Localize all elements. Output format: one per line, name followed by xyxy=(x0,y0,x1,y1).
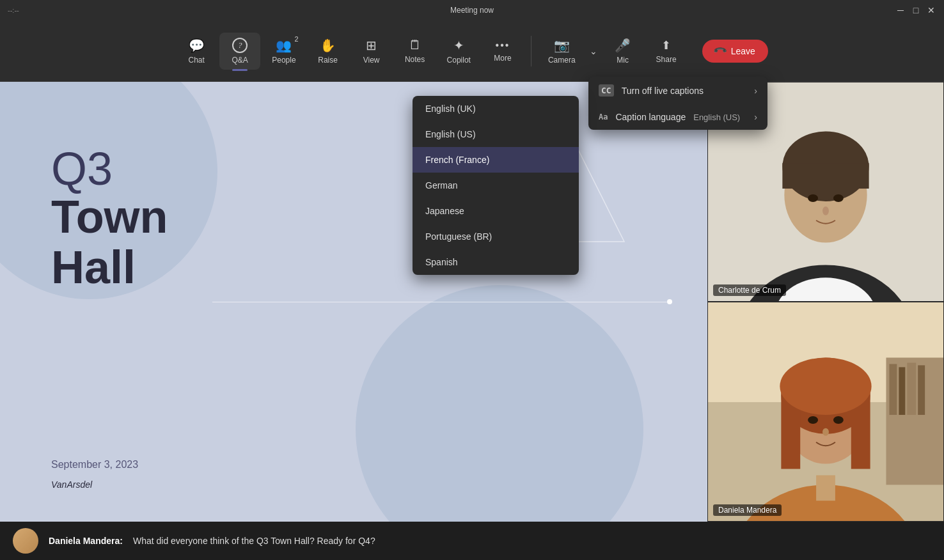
view-icon: ⊞ xyxy=(366,38,377,53)
lang-item-japanese[interactable]: Japanese xyxy=(413,198,579,224)
notes-label: Notes xyxy=(405,55,425,64)
window-title: Meeting now xyxy=(450,6,494,15)
raise-icon: ✋ xyxy=(320,38,336,53)
presentation-text: Q3 Town Hall xyxy=(51,146,168,293)
view-button[interactable]: ⊞ View xyxy=(351,33,392,70)
caption-avatar xyxy=(13,528,38,554)
camera-label: Camera xyxy=(548,56,576,65)
minimize-button[interactable]: ─ xyxy=(895,5,906,15)
window-controls: ─ □ ✕ xyxy=(895,5,936,15)
caption-language-left: Aa Caption language English (US) xyxy=(599,112,740,122)
copilot-icon: ✦ xyxy=(453,38,464,53)
lang-item-spanish[interactable]: Spanish xyxy=(413,249,579,275)
camera-button[interactable]: 📷 Camera xyxy=(539,33,585,70)
chat-label: Chat xyxy=(189,56,205,65)
notes-icon: 🗒 xyxy=(409,38,421,52)
lang-item-portuguese-br[interactable]: Portuguese (BR) xyxy=(413,224,579,249)
caption-language-item[interactable]: Aa Caption language English (US) › xyxy=(588,104,767,130)
caption-language-label: Caption language xyxy=(615,112,686,122)
more-button[interactable]: ••• More xyxy=(482,35,523,68)
chat-button[interactable]: 💬 Chat xyxy=(176,33,217,70)
svg-point-24 xyxy=(780,357,871,415)
lang-item-french[interactable]: French (France) xyxy=(413,147,579,173)
share-icon: ⬆ xyxy=(661,38,671,52)
turn-off-captions-chevron: › xyxy=(754,86,757,96)
svg-point-10 xyxy=(822,206,829,215)
view-label: View xyxy=(363,56,380,65)
qa-label: Q&A xyxy=(232,56,248,65)
people-count-badge: 2 xyxy=(294,35,298,43)
captions-context-menu: CC Turn off live captions › Aa Caption l… xyxy=(588,77,767,130)
people-label: People xyxy=(272,56,295,65)
meeting-toolbar: 💬 Chat ? Q&A 👥 2 People ✋ Raise ⊞ View 🗒… xyxy=(0,20,944,82)
video-bg-daniela xyxy=(708,302,943,521)
chat-icon: 💬 xyxy=(189,38,205,53)
camera-area: 📷 Camera ⌄ xyxy=(539,33,600,70)
copilot-label: Copilot xyxy=(447,56,471,65)
language-submenu: English (UK) English (US) French (France… xyxy=(413,96,579,275)
people-icon: 👥 xyxy=(276,38,292,53)
svg-point-25 xyxy=(808,416,818,424)
mic-icon: 🎤 xyxy=(615,38,631,53)
turn-off-captions-left: CC Turn off live captions xyxy=(599,84,704,97)
raise-button[interactable]: ✋ Raise xyxy=(308,33,349,70)
toolbar-divider xyxy=(531,36,531,66)
presentation-line xyxy=(212,302,672,302)
caption-text: What did everyone think of the Q3 Town H… xyxy=(133,536,375,546)
toolbar-items: 💬 Chat ? Q&A 👥 2 People ✋ Raise ⊞ View 🗒… xyxy=(176,33,768,70)
camera-chevron-button[interactable]: ⌄ xyxy=(587,43,600,59)
active-tab-indicator xyxy=(232,69,248,71)
lang-item-english-us[interactable]: English (US) xyxy=(413,121,579,147)
svg-rect-17 xyxy=(918,365,925,415)
svg-point-27 xyxy=(822,428,829,436)
caption-language-value: English (US) xyxy=(693,113,740,122)
pres-logo: VanArsdel xyxy=(51,479,92,490)
svg-rect-14 xyxy=(889,364,897,415)
svg-rect-7 xyxy=(782,163,869,189)
people-button[interactable]: 👥 2 People xyxy=(263,33,304,70)
svg-point-8 xyxy=(808,194,818,202)
svg-point-26 xyxy=(833,416,844,424)
maximize-button[interactable]: □ xyxy=(911,5,921,15)
camera-icon: 📷 xyxy=(554,38,570,53)
captions-icon: CC xyxy=(599,84,614,97)
svg-rect-19 xyxy=(816,475,835,501)
close-button[interactable]: ✕ xyxy=(926,5,936,15)
mic-label: Mic xyxy=(617,56,629,65)
share-button[interactable]: ⬆ Share xyxy=(646,33,687,69)
video-label-charlotte: Charlotte de Crum xyxy=(713,284,786,296)
leave-label: Leave xyxy=(731,46,755,56)
video-panel: Charlotte de Crum xyxy=(707,82,944,522)
caption-speaker: Daniela Mandera: xyxy=(49,536,123,546)
leave-button[interactable]: 📞 Leave xyxy=(702,40,768,63)
caption-language-icon: Aa xyxy=(599,113,608,121)
caption-language-chevron: › xyxy=(754,112,757,122)
mic-button[interactable]: 🎤 Mic xyxy=(602,33,643,70)
copilot-button[interactable]: ✦ Copilot xyxy=(438,33,480,70)
more-icon: ••• xyxy=(496,40,510,51)
qa-icon: ? xyxy=(232,38,248,53)
pres-q3-text: Q3 xyxy=(51,146,168,192)
video-tile-daniela: Daniela Mandera xyxy=(707,302,944,522)
person-svg-daniela xyxy=(708,302,943,521)
lang-item-german[interactable]: German xyxy=(413,173,579,198)
qa-button[interactable]: ? Q&A xyxy=(219,33,260,70)
meeting-timer: --:-- xyxy=(8,6,19,14)
notes-button[interactable]: 🗒 Notes xyxy=(395,33,436,69)
pres-town-text: Town Hall xyxy=(51,192,168,293)
turn-off-captions-item[interactable]: CC Turn off live captions › xyxy=(588,77,767,104)
pres-date: September 3, 2023 xyxy=(51,459,138,471)
bg-circle-2 xyxy=(356,285,643,522)
more-label: More xyxy=(494,54,511,63)
lang-item-english-uk[interactable]: English (UK) xyxy=(413,96,579,121)
turn-off-captions-label: Turn off live captions xyxy=(622,86,704,96)
raise-label: Raise xyxy=(318,56,338,65)
share-label: Share xyxy=(656,55,677,64)
svg-rect-15 xyxy=(899,367,905,415)
presentation-dot xyxy=(667,299,672,304)
svg-point-9 xyxy=(833,194,844,202)
caption-bar: Daniela Mandera: What did everyone think… xyxy=(0,522,944,560)
svg-rect-16 xyxy=(907,362,916,415)
presentation-area: Q3 Town Hall September 3, 2023 VanArsdel xyxy=(0,82,707,522)
leave-phone-icon: 📞 xyxy=(712,43,727,58)
